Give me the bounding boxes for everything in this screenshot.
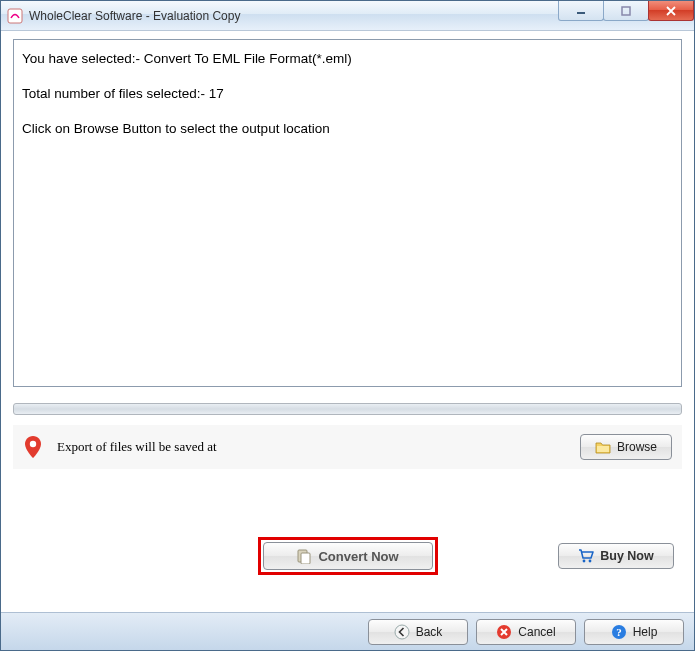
browse-button[interactable]: Browse [580, 434, 672, 460]
export-strip: Export of files will be saved at Browse [13, 425, 682, 469]
paste-icon [296, 548, 312, 564]
info-line-count: Total number of files selected:- 17 [22, 85, 673, 104]
svg-rect-1 [577, 12, 585, 14]
buy-label: Buy Now [600, 549, 653, 563]
cart-icon [578, 548, 594, 564]
svg-point-7 [583, 560, 586, 563]
buy-now-button[interactable]: Buy Now [558, 543, 674, 569]
app-icon [7, 8, 23, 24]
svg-point-3 [30, 441, 36, 447]
minimize-icon [576, 6, 586, 16]
maximize-icon [621, 6, 631, 16]
action-row: Convert Now Buy Now [13, 537, 682, 575]
export-label: Export of files will be saved at [57, 439, 566, 455]
svg-rect-2 [622, 7, 630, 15]
convert-label: Convert Now [318, 549, 398, 564]
close-icon [666, 6, 676, 16]
help-label: Help [633, 625, 658, 639]
window-title: WholeClear Software - Evaluation Copy [29, 9, 240, 23]
svg-rect-4 [597, 446, 609, 452]
back-button[interactable]: Back [368, 619, 468, 645]
minimize-button[interactable] [558, 1, 604, 21]
svg-rect-6 [301, 553, 310, 564]
svg-point-8 [589, 560, 592, 563]
help-icon: ? [611, 624, 627, 640]
help-button[interactable]: ? Help [584, 619, 684, 645]
back-arrow-icon [394, 624, 410, 640]
close-button[interactable] [648, 1, 694, 21]
cancel-button[interactable]: Cancel [476, 619, 576, 645]
content-area: You have selected:- Convert To EML File … [1, 31, 694, 612]
progress-bar [13, 403, 682, 415]
app-window: WholeClear Software - Evaluation Copy Yo… [0, 0, 695, 651]
window-controls [559, 1, 694, 21]
convert-highlight: Convert Now [258, 537, 438, 575]
cancel-icon [496, 624, 512, 640]
maximize-button[interactable] [603, 1, 649, 21]
svg-text:?: ? [616, 626, 622, 638]
browse-label: Browse [617, 440, 657, 454]
title-bar: WholeClear Software - Evaluation Copy [1, 1, 694, 31]
footer-bar: Back Cancel ? Help [1, 612, 694, 650]
convert-now-button[interactable]: Convert Now [263, 542, 433, 570]
svg-rect-0 [8, 9, 22, 23]
back-label: Back [416, 625, 443, 639]
svg-point-9 [395, 625, 409, 639]
info-line-instruction: Click on Browse Button to select the out… [22, 120, 673, 139]
cancel-label: Cancel [518, 625, 555, 639]
folder-icon [595, 439, 611, 455]
location-pin-icon [23, 435, 43, 459]
info-line-format: You have selected:- Convert To EML File … [22, 50, 673, 69]
info-panel: You have selected:- Convert To EML File … [13, 39, 682, 387]
